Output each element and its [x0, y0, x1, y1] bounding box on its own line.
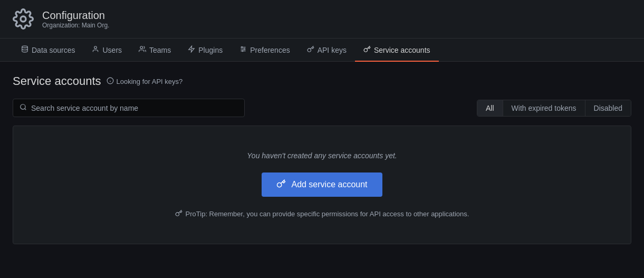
- protip-text: ProTip: Remember, you can provide specif…: [186, 210, 469, 218]
- add-service-account-icon: [276, 179, 286, 190]
- page-heading: Service accounts Looking for API keys?: [13, 74, 631, 88]
- tab-api-keys-label: API keys: [318, 46, 347, 54]
- svg-point-9: [244, 49, 245, 50]
- filter-disabled[interactable]: Disabled: [585, 100, 631, 116]
- app-title: Configuration: [42, 9, 109, 22]
- svg-point-10: [242, 50, 243, 51]
- svg-point-0: [21, 16, 26, 22]
- search-input[interactable]: [31, 104, 238, 112]
- data-sources-icon: [21, 45, 28, 54]
- tab-users[interactable]: Users: [83, 39, 130, 62]
- tab-users-label: Users: [102, 46, 122, 54]
- api-keys-icon: [307, 45, 314, 54]
- add-service-account-button[interactable]: Add service account: [262, 172, 382, 197]
- tab-plugins[interactable]: Plugins: [179, 39, 231, 62]
- search-icon: [20, 103, 27, 112]
- filter-all[interactable]: All: [477, 100, 503, 116]
- users-icon: [92, 45, 99, 54]
- svg-point-8: [242, 46, 243, 47]
- tab-preferences-label: Preferences: [250, 46, 290, 54]
- tab-teams-label: Teams: [149, 46, 171, 54]
- api-keys-hint-text: Looking for API keys?: [117, 78, 183, 85]
- tab-teams[interactable]: Teams: [130, 39, 179, 62]
- teams-icon: [139, 45, 146, 54]
- svg-point-2: [94, 46, 97, 49]
- filter-buttons: All With expired tokens Disabled: [477, 100, 631, 117]
- svg-point-1: [22, 46, 28, 48]
- toolbar: All With expired tokens Disabled: [13, 99, 631, 117]
- empty-state-card: You haven't created any service accounts…: [13, 126, 631, 244]
- tab-data-sources[interactable]: Data sources: [13, 39, 83, 62]
- svg-point-14: [21, 104, 25, 109]
- preferences-icon: [239, 45, 247, 54]
- svg-point-3: [140, 46, 143, 49]
- page-title: Service accounts: [13, 74, 101, 88]
- config-icon: [13, 8, 34, 30]
- main-content: Service accounts Looking for API keys? A…: [0, 62, 644, 257]
- tab-plugins-label: Plugins: [198, 46, 223, 54]
- app-subtitle: Organization: Main Org.: [42, 22, 109, 29]
- info-icon: [107, 77, 114, 86]
- empty-state-message: You haven't created any service accounts…: [247, 151, 397, 160]
- filter-expired-tokens[interactable]: With expired tokens: [503, 100, 585, 116]
- add-service-account-label: Add service account: [291, 180, 367, 189]
- tab-api-keys[interactable]: API keys: [299, 39, 355, 62]
- nav-tabs: Data sources Users Teams Plugins Prefere…: [0, 39, 644, 62]
- header-text: Configuration Organization: Main Org.: [42, 9, 109, 29]
- protip-icon: [175, 209, 182, 218]
- search-box[interactable]: [13, 99, 245, 117]
- page-header: Configuration Organization: Main Org.: [0, 0, 644, 39]
- tab-preferences[interactable]: Preferences: [231, 39, 298, 62]
- svg-marker-4: [189, 46, 195, 52]
- svg-line-15: [25, 109, 26, 110]
- service-accounts-icon: [363, 45, 371, 54]
- tab-data-sources-label: Data sources: [32, 46, 75, 54]
- tab-service-accounts-label: Service accounts: [374, 46, 430, 54]
- api-keys-hint[interactable]: Looking for API keys?: [107, 77, 183, 86]
- protip: ProTip: Remember, you can provide specif…: [175, 209, 469, 218]
- plugins-icon: [188, 45, 195, 54]
- tab-service-accounts[interactable]: Service accounts: [355, 39, 439, 62]
